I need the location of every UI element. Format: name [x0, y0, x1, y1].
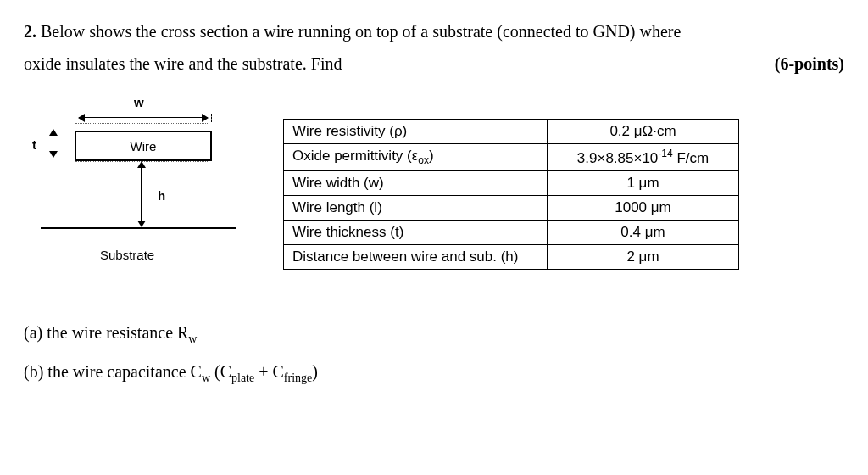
substrate-line — [41, 227, 236, 229]
wire-box: Wire — [75, 131, 212, 161]
part-a: (a) the wire resistance Rw — [24, 314, 844, 353]
thickness-dimension-arrow — [49, 129, 58, 158]
table-row: Wire resistivity (ρ)0.2 μΩ·cm — [284, 120, 739, 144]
param-value: 0.2 μΩ·cm — [548, 120, 739, 144]
param-value: 0.4 μm — [548, 220, 739, 244]
width-dimension-arrow — [75, 114, 212, 122]
question-text-1: Below shows the cross section a wire run… — [41, 22, 681, 41]
part-b: (b) the wire capacitance Cw (Cplate + Cf… — [24, 353, 844, 392]
table-row: Wire width (w)1 μm — [284, 170, 739, 195]
param-name: Wire width (w) — [284, 170, 548, 195]
parameters-table: Wire resistivity (ρ)0.2 μΩ·cmOxide permi… — [283, 119, 739, 270]
height-label: h — [158, 188, 165, 203]
cross-section-diagram: w Wire t h Substrate — [24, 95, 253, 290]
param-name: Oxide permittivity (εox) — [284, 144, 548, 171]
thickness-label: t — [32, 137, 36, 152]
param-name: Wire thickness (t) — [284, 220, 548, 244]
param-value: 1000 μm — [548, 195, 739, 220]
question-number: 2. — [24, 22, 36, 41]
guide-line — [75, 123, 209, 124]
question-parts: (a) the wire resistance Rw (b) the wire … — [24, 314, 844, 392]
table-row: Wire thickness (t)0.4 μm — [284, 220, 739, 244]
table-row: Oxide permittivity (εox)3.9×8.85×10-14 F… — [284, 144, 739, 171]
question-prompt: 2. Below shows the cross section a wire … — [24, 15, 844, 80]
param-name: Distance between wire and sub. (h) — [284, 244, 548, 269]
width-label: w — [134, 95, 144, 109]
param-value: 2 μm — [548, 244, 739, 269]
height-dimension-arrow — [137, 161, 146, 227]
param-name: Wire length (l) — [284, 195, 548, 220]
table-row: Distance between wire and sub. (h)2 μm — [284, 244, 739, 269]
points-label: (6-points) — [775, 48, 844, 80]
table-row: Wire length (l)1000 μm — [284, 195, 739, 220]
substrate-label: Substrate — [100, 248, 154, 262]
param-value: 3.9×8.85×10-14 F/cm — [548, 144, 739, 171]
question-text-2: oxide insulates the wire and the substra… — [24, 54, 342, 73]
param-name: Wire resistivity (ρ) — [284, 120, 548, 144]
param-value: 1 μm — [548, 170, 739, 195]
